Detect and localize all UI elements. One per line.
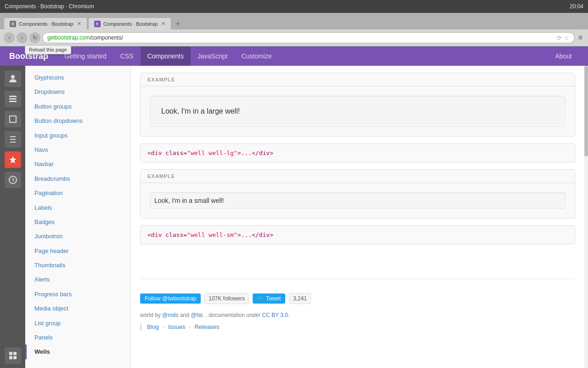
sidebar-item-jumbotron[interactable]: Jumbotron xyxy=(25,229,130,243)
sidebar-item-button-dropdowns[interactable]: Button dropdowns xyxy=(25,114,130,128)
sidebar-item-wells[interactable]: Wells xyxy=(25,345,130,359)
section-divider xyxy=(140,279,575,279)
example-box-1: EXAMPLE Look, I'm in a large well! xyxy=(140,73,575,137)
browser-tab-2[interactable]: B Components · Bootstrap ✕ xyxy=(88,17,172,29)
sidebar-item-page-header[interactable]: Page header xyxy=(25,244,130,258)
footer-blog-link[interactable]: Blog xyxy=(147,323,159,331)
example-content-2: Look, I'm in a small well! xyxy=(141,183,575,218)
os-icon-6-svg xyxy=(8,175,17,184)
sidebar-item-thumbnails[interactable]: Thumbnails xyxy=(25,258,130,272)
sidebar-item-navbar[interactable]: Navbar xyxy=(25,157,130,171)
sidebar-item-pagination[interactable]: Pagination xyxy=(25,186,130,200)
example-label-2: EXAMPLE xyxy=(141,170,575,183)
tab-close-1[interactable]: ✕ xyxy=(77,21,81,27)
bootstrap-navbar: Bootstrap Getting started CSS Components… xyxy=(0,46,588,66)
well-large: Look, I'm in a large well! xyxy=(150,96,565,127)
svg-rect-2 xyxy=(9,98,17,100)
tab-label-1: Components · Bootstrap xyxy=(19,21,74,27)
footer-license-link[interactable]: CC BY 3.0. xyxy=(262,312,289,318)
tweet-count: 3,241 xyxy=(289,293,311,304)
footer-fat-link[interactable]: @fat. xyxy=(191,312,204,318)
well-small: Look, I'm in a small well! xyxy=(150,192,565,209)
sidebar-item-input-groups[interactable]: Input groups xyxy=(25,128,130,143)
refresh-icon[interactable]: ⟳ xyxy=(557,34,562,41)
sidebar-item-labels[interactable]: Labels xyxy=(25,201,130,215)
code-val-1: "well well-lg" xyxy=(187,150,237,156)
menu-button[interactable]: ≡ xyxy=(577,34,584,42)
url-bar-icons: ⟳ ☆ xyxy=(557,34,570,41)
footer-area: Follow @twbootstrap 107K followers 🐦 Twe… xyxy=(140,288,575,335)
reload-button-wrapper: ↻ Reload this page xyxy=(29,32,40,43)
navbar-items: Getting started CSS Components JavaScrip… xyxy=(57,46,548,66)
os-icon-5-svg xyxy=(8,155,17,164)
os-icon-3[interactable] xyxy=(5,111,21,127)
footer-releases-link[interactable]: Releases xyxy=(194,323,219,331)
nav-item-css[interactable]: CSS xyxy=(113,46,141,66)
follow-button[interactable]: Follow @twbootstrap xyxy=(140,293,201,304)
os-icon-4[interactable] xyxy=(5,131,21,148)
footer-mdo-link[interactable]: @mdo xyxy=(162,312,179,318)
url-scheme: getbootstrap.com xyxy=(47,34,90,41)
sidebar-item-progress-bars[interactable]: Progress bars xyxy=(25,287,130,301)
sidebar-item-media-object[interactable]: Media object xyxy=(25,301,130,316)
scroll-thumb[interactable] xyxy=(584,66,588,156)
footer-links: Blog · Issues · Releases xyxy=(140,323,575,331)
footer-left-sep xyxy=(140,323,141,331)
social-buttons: Follow @twbootstrap 107K followers 🐦 Twe… xyxy=(140,293,575,304)
footer-world-text: world by xyxy=(140,312,161,318)
sidebar-item-list-group[interactable]: List group xyxy=(25,316,130,330)
os-icon-2[interactable] xyxy=(5,91,21,107)
svg-rect-3 xyxy=(9,101,17,102)
back-button[interactable]: ‹ xyxy=(4,32,15,43)
url-bar[interactable]: getbootstrap.com/components/ ⟳ ☆ xyxy=(42,32,575,43)
sidebar-item-alerts[interactable]: Alerts xyxy=(25,272,130,287)
reload-button[interactable]: ↻ xyxy=(29,32,40,43)
os-icon-4-svg xyxy=(8,135,17,144)
code-tag-2b: >...</div> xyxy=(237,231,273,238)
os-icon-7[interactable] xyxy=(5,347,21,364)
browser-tab-1[interactable]: B Components · Bootstrap ✕ xyxy=(4,17,87,29)
os-icon-6[interactable] xyxy=(5,172,21,188)
browser-tabs: B Components · Bootstrap ✕ B Components … xyxy=(0,13,588,29)
nav-item-about[interactable]: About xyxy=(548,52,579,60)
code-block-1: <div class="well well-lg">...</div> xyxy=(140,144,575,162)
forward-button[interactable]: › xyxy=(17,32,28,43)
tab-favicon-1: B xyxy=(10,21,16,27)
sidebar-item-panels[interactable]: Panels xyxy=(25,330,130,345)
os-icon-3-svg xyxy=(8,115,17,124)
code-attr-1: class= xyxy=(165,150,187,156)
svg-rect-5 xyxy=(9,352,12,355)
os-icon-5[interactable] xyxy=(5,151,21,168)
sidebar-item-navs[interactable]: Navs xyxy=(25,143,130,157)
footer-issues-link[interactable]: Issues xyxy=(168,323,186,331)
tweet-button[interactable]: 🐦 Tweet xyxy=(253,293,285,304)
nav-item-components[interactable]: Components xyxy=(141,46,191,66)
example-content-1: Look, I'm in a large well! xyxy=(141,86,575,136)
sidebar-item-badges[interactable]: Badges xyxy=(25,215,130,229)
os-icon-1[interactable] xyxy=(5,70,21,87)
new-tab-button[interactable]: + xyxy=(172,18,183,29)
sidebar-item-dropdowns[interactable]: Dropdowns xyxy=(25,85,130,99)
browser-toolbar: ‹ › ↻ Reload this page getbootstrap.com/… xyxy=(0,29,588,46)
footer-text: world by @mdo and @fat. , documentation … xyxy=(140,311,575,320)
bookmark-icon[interactable]: ☆ xyxy=(564,34,570,41)
url-path: /components/ xyxy=(90,34,123,41)
footer-sep-2: · xyxy=(189,323,191,331)
well-large-text: Look, I'm in a large well! xyxy=(161,107,240,115)
os-titlebar: Components · Bootstrap · Chromium 20:04 xyxy=(0,0,588,13)
footer-and-text: and xyxy=(180,312,189,318)
nav-item-javascript[interactable]: JavaScript xyxy=(191,46,234,66)
follow-button-label: Follow @twbootstrap xyxy=(145,295,196,302)
tab-close-2[interactable]: ✕ xyxy=(161,21,165,27)
svg-point-0 xyxy=(11,75,15,79)
sidebar-item-breadcrumbs[interactable]: Breadcrumbs xyxy=(25,172,130,186)
svg-rect-7 xyxy=(9,356,12,359)
scrollbar[interactable] xyxy=(584,66,588,368)
sidebar-item-glyphicons[interactable]: Glyphicons xyxy=(25,70,130,85)
sidebar-item-button-groups[interactable]: Button groups xyxy=(25,99,130,114)
reload-tooltip: Reload this page xyxy=(25,45,71,54)
example-box-2: EXAMPLE Look, I'm in a small well! xyxy=(140,169,575,218)
nav-item-customize[interactable]: Customize xyxy=(234,46,278,66)
code-val-2: "well well-sm" xyxy=(187,231,237,238)
code-tag-1: <div xyxy=(147,150,165,156)
